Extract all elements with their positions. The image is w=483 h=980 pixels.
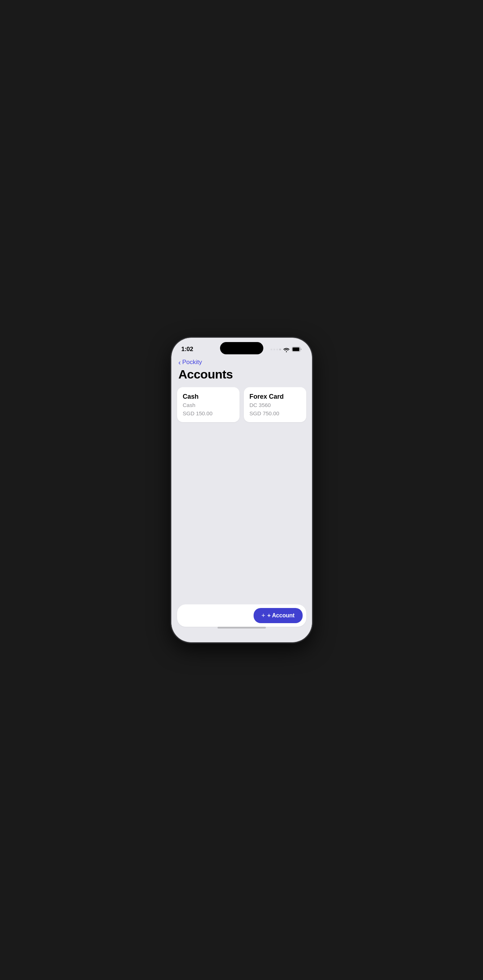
- svg-rect-1: [292, 347, 299, 351]
- page-title-section: Accounts: [172, 366, 312, 387]
- account-card-cash[interactable]: Cash Cash SGD 150.00: [177, 387, 240, 422]
- dynamic-island: [220, 342, 263, 354]
- account-balance-cash: SGD 150.00: [183, 410, 234, 417]
- account-subtitle-cash: Cash: [183, 402, 234, 408]
- add-account-button[interactable]: + + Account: [254, 608, 303, 623]
- back-label: Pockity: [182, 359, 202, 366]
- wifi-icon: [283, 347, 290, 352]
- page-title: Accounts: [178, 368, 305, 382]
- account-subtitle-forex: DC 3560: [249, 402, 300, 408]
- accounts-grid: Cash Cash SGD 150.00 Forex Card DC 3560 …: [172, 387, 312, 422]
- status-time: 1:02: [181, 346, 193, 353]
- plus-icon: +: [262, 612, 265, 619]
- phone-frame: 1:02: [172, 338, 312, 642]
- nav-bar: ‹ Pockity: [172, 356, 312, 366]
- account-name-forex: Forex Card: [249, 393, 300, 401]
- battery-icon: [292, 347, 302, 352]
- account-name-cash: Cash: [183, 393, 234, 401]
- screen: 1:02: [172, 338, 312, 642]
- account-balance-forex: SGD 750.00: [249, 410, 300, 417]
- status-right: [270, 347, 302, 352]
- bottom-bar: + + Account: [172, 601, 312, 642]
- account-card-forex[interactable]: Forex Card DC 3560 SGD 750.00: [244, 387, 306, 422]
- content-spacer: [172, 422, 312, 601]
- home-indicator: [218, 627, 266, 628]
- add-account-label: + Account: [267, 612, 294, 619]
- status-bar: 1:02: [172, 338, 312, 356]
- back-button[interactable]: ‹ Pockity: [178, 359, 202, 366]
- bottom-bar-inner: + + Account: [177, 605, 306, 627]
- signal-icon: [270, 348, 281, 350]
- back-chevron-icon: ‹: [178, 359, 181, 366]
